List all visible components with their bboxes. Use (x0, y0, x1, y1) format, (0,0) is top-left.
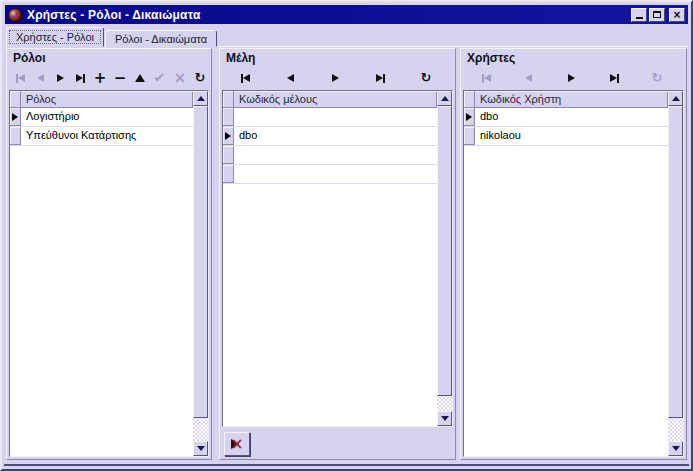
minimize-icon (636, 17, 643, 19)
table-row[interactable] (223, 108, 437, 127)
members-nav-next-button[interactable] (329, 71, 343, 85)
users-nav-next-button[interactable] (565, 71, 579, 85)
members-nav-prior-button[interactable] (283, 71, 297, 85)
tab-roles-permissions-label: Ρόλοι - Δικαιώματα (115, 33, 207, 45)
member-cell (234, 146, 437, 164)
icon-part (18, 74, 25, 82)
members-column-header: Κωδικός μέλους (234, 91, 437, 108)
app-window: Χρήστες - Ρόλοι - Δικαιώματα × Χρήστες -… (0, 0, 693, 471)
scrollbar-thumb[interactable] (437, 106, 452, 396)
members-nav-last-button[interactable] (374, 71, 388, 85)
roles-nav-last-button[interactable] (73, 71, 87, 85)
table-row[interactable]: nikolaou (464, 127, 668, 146)
current-row-marker-icon (466, 113, 472, 121)
scroll-up-icon (197, 96, 205, 101)
users-grid: Κωδικός Χρήστη dbo nikolaou (463, 90, 684, 457)
last-record-icon (610, 74, 619, 83)
icon-part (57, 74, 64, 82)
users-grid-scrollbar[interactable] (668, 91, 683, 456)
current-row-marker-icon (225, 132, 231, 140)
roles-nav-edit-button[interactable] (133, 71, 147, 85)
scroll-down-button[interactable] (437, 411, 452, 426)
table-row[interactable]: dbo (223, 127, 437, 146)
panel-splitter[interactable] (212, 48, 219, 460)
tab-users-roles-label: Χρήστες - Ρόλοι (16, 31, 94, 43)
members-nav-refresh-button[interactable]: ↻ (419, 71, 433, 85)
icon-part (154, 72, 163, 81)
indicator-column-header (464, 91, 475, 108)
users-column-header: Κωδικός Χρήστη (475, 91, 668, 108)
scroll-down-button[interactable] (668, 441, 683, 456)
cancel-edit-icon: × (174, 71, 187, 85)
table-row[interactable] (223, 165, 437, 184)
scrollbar-thumb[interactable] (193, 106, 208, 418)
scroll-down-icon (441, 416, 449, 421)
table-row[interactable] (223, 146, 437, 165)
users-nav-first-button[interactable] (479, 71, 493, 85)
icon-part (135, 74, 145, 82)
tab-roles-permissions[interactable]: Ρόλοι - Δικαιώματα (105, 30, 217, 47)
scroll-up-button[interactable] (668, 91, 683, 106)
members-grid: Κωδικός μέλους dbo (222, 90, 453, 427)
roles-nav-post-button[interactable] (153, 71, 167, 85)
icon-part (484, 74, 491, 82)
icon-part (376, 74, 383, 82)
remove-member-button[interactable]: × (224, 432, 250, 456)
users-nav-last-button[interactable] (607, 71, 621, 85)
member-cell (234, 165, 437, 183)
scrollbar-thumb[interactable] (668, 106, 683, 418)
next-record-icon (332, 74, 339, 82)
users-navigator: ↻ (461, 66, 686, 90)
scroll-down-button[interactable] (193, 441, 208, 456)
members-grid-scrollbar[interactable] (437, 91, 452, 426)
members-nav-first-button[interactable] (238, 71, 252, 85)
users-grid-header: Κωδικός Χρήστη (464, 91, 668, 108)
roles-nav-delete-button[interactable]: − (113, 71, 127, 85)
scroll-up-button[interactable] (437, 91, 452, 106)
minimize-button[interactable] (631, 8, 647, 22)
tab-users-roles[interactable]: Χρήστες - Ρόλοι (6, 27, 104, 47)
users-nav-refresh-button[interactable]: ↻ (650, 71, 664, 85)
first-record-icon (16, 74, 25, 83)
icon-part (243, 74, 250, 82)
next-record-icon (568, 74, 575, 82)
row-indicator (10, 127, 21, 145)
roles-grid-scrollbar[interactable] (193, 91, 208, 456)
roles-nav-first-button[interactable] (13, 71, 27, 85)
roles-nav-next-button[interactable] (53, 71, 67, 85)
members-navigator: ↻ (220, 66, 455, 90)
post-edit-icon (156, 76, 165, 80)
roles-nav-insert-button[interactable]: + (93, 71, 107, 85)
maximize-icon (653, 11, 661, 18)
icon-part (610, 74, 617, 82)
close-button[interactable]: × (669, 8, 685, 22)
indicator-column-header (10, 91, 21, 108)
roles-nav-refresh-button[interactable]: ↻ (193, 71, 207, 85)
roles-nav-cancel-button[interactable]: × (173, 71, 187, 85)
title-bar[interactable]: Χρήστες - Ρόλοι - Δικαιώματα × (5, 5, 688, 24)
app-icon (8, 8, 22, 22)
roles-nav-prior-button[interactable] (33, 71, 47, 85)
icon-part (383, 74, 385, 83)
scroll-up-button[interactable] (193, 91, 208, 106)
table-row[interactable]: dbo (464, 108, 668, 127)
users-nav-prior-button[interactable] (522, 71, 536, 85)
roles-panel: Ρόλοι + − × ↻ Ρόλος (6, 48, 212, 460)
tab-page-users-roles: Ρόλοι + − × ↻ Ρόλος (5, 46, 688, 462)
table-row[interactable]: Υπεύθυνοι Κατάρτισης (10, 127, 193, 146)
user-cell: nikolaou (475, 127, 668, 145)
roles-panel-title: Ρόλοι (7, 49, 211, 66)
table-row[interactable]: Λογιστήριο (10, 108, 193, 127)
members-panel: Μέλη ↻ Κωδικός μέλους (219, 48, 456, 460)
row-indicator (223, 165, 234, 183)
maximize-button[interactable] (649, 8, 665, 22)
roles-grid-header: Ρόλος (10, 91, 193, 108)
icon-part (83, 74, 85, 83)
members-grid-body: Κωδικός μέλους dbo (223, 91, 452, 426)
current-row-marker-icon (12, 113, 18, 121)
scroll-up-icon (441, 96, 449, 101)
row-indicator (223, 108, 234, 126)
prior-record-icon (525, 74, 532, 82)
roles-grid: Ρόλος Λογιστήριο Υπεύθυνοι Κατάρτισης (9, 90, 209, 457)
refresh-icon: ↻ (652, 71, 663, 85)
